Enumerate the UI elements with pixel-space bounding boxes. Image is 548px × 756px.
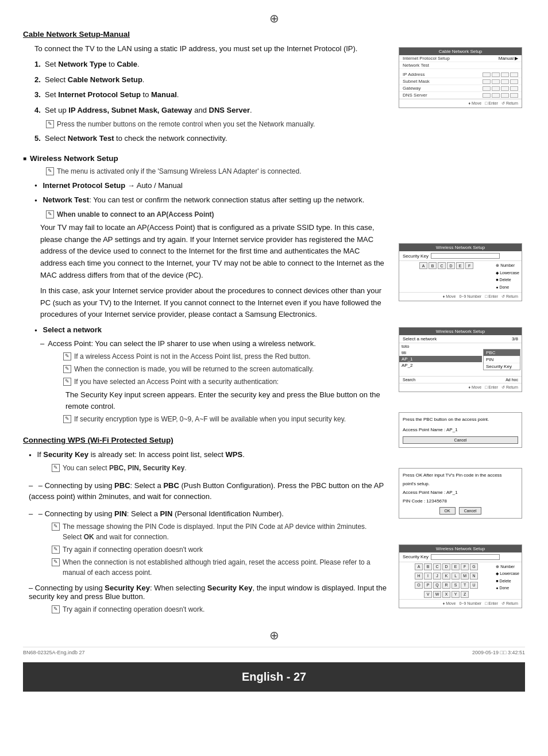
key2-J: J [433,573,441,580]
cable-dns-row: DNS Server [399,92,522,99]
wireless-screen-header: Wireless Network Setup [399,244,522,251]
note-icon-pin-a: ✎ [52,523,60,531]
key2-V: V [424,591,432,598]
cable-subnet-label: Subnet Mask [403,79,430,84]
network-search-btn[interactable]: Search [403,378,415,382]
key2-W: W [433,591,441,598]
network-list-body: toto titi AP_1 AP_2 PBC [399,343,522,376]
ap-dash1: Access Point: You can select the IP shar… [40,338,387,350]
top-compass-wrap: ⊕ [23,11,525,25]
step-3-num: 3. [34,90,41,99]
keys2-row3: O P Q R S T U [399,581,493,590]
note-icon-wps1: ✎ [52,464,60,472]
step-1: 1. Set Network Type to Cable. [34,59,387,71]
wps-note1: ✎ You can select PBC, PIN, Security Key. [40,463,387,473]
key2-delete-label: ■ Delete [496,578,519,585]
security-key-input-box [431,253,500,259]
pin-note-c-text: When the connection is not established a… [63,557,387,578]
keyboard-area-2: A B C D E F G H I J K [399,562,522,599]
key-B: B [429,262,437,269]
cable-protocol-row: Internet Protocol Setup Manual ▶ [399,55,522,62]
pin-note-a: ✎ The message showing the PIN Code is di… [40,521,387,542]
ap-note-a: ✎ If a wireless Access Point is not in t… [63,351,387,362]
step-1-num: 1. [34,60,41,68]
keys2-row4: V W X Y Z [399,590,493,599]
note-icon-d: ✎ [63,415,71,423]
wps-pin-section: – Connecting by using PIN: Select a PIN … [23,508,387,578]
key2-K: K [442,573,450,580]
menu-pin: PIN [484,356,520,363]
seckey-dash: – Connecting by using Security Key: When… [29,584,387,601]
network-item-titi: titi [399,350,482,356]
page-footer: English - 27 [23,662,525,692]
ws-footer-move: ♦ Move [443,294,456,299]
key-F: F [465,262,473,269]
bullet-protocol: Internet Protocol Setup → Auto / Manual [34,180,387,191]
security-key-row-2: Security Key [399,552,522,562]
wireless-note2: ✎ When unable to connect to an AP(Access… [34,209,387,220]
cable-screen-header: Cable Network Setup [399,48,522,55]
pbc-line2: Access Point Name : AP_1 [403,427,518,433]
network-context-menu: PBC PIN Security Key [483,349,520,370]
network-list-screen: Wireless Network Setup Select a network … [399,327,522,392]
ap-notes: ✎ If a wireless Access Point is not in t… [34,351,387,424]
security-key-row: Security Key [399,251,522,261]
network-adhoc-btn[interactable]: Ad hoc [505,378,518,382]
pbc-line1: Press the PBC button on the access point… [403,416,518,423]
key2-M: M [461,573,469,580]
key2-F: F [461,563,469,570]
note-icon-b: ✎ [63,365,71,373]
bullet-network-test: Network Test: You can test or confirm th… [34,194,387,206]
network-list-subtitle-row: Select a network 3/8 [399,335,522,343]
keys2-row2: H I J K L M N [399,571,493,581]
wireless-security-screen-2: Wireless Network Setup Security Key A B … [399,544,522,608]
wireless-para1: Your TV may fail to locate an AP(Access … [23,222,387,282]
seckey-note: ✎ Try again if connecting operation does… [40,604,387,615]
key2-P: P [424,582,432,589]
cable-network-test-row: Network Test [399,62,522,69]
bottom-compass-icon: ⊕ [269,628,279,642]
keys-left-2: A B C D E F G H I J K [399,562,493,599]
note-icon-4: ✎ [46,120,54,128]
wps-bullet-list: If Security Key is already set: In acces… [23,449,387,473]
key2-Y: Y [451,591,460,598]
ap-note-b: ✎ When the connection is made, you will … [63,364,387,374]
pin-item: – Connecting by using PIN: Select a PIN … [29,508,387,578]
security-key-label: Security Key [403,254,429,259]
wps-seckey-section: – Connecting by using Security Key: When… [23,584,387,615]
network-list-actions: Search Ad hoc [399,376,522,383]
pin-note-b: ✎ Try again if connecting operation does… [40,544,387,555]
ap-note-b-text: When the connection is made, you will be… [74,364,314,374]
key2-O: O [415,582,423,589]
cable-protocol-label: Internet Protocol Setup [403,56,450,61]
key2-U: U [470,582,478,589]
wps-heading: Connecting WPS (Wi-Fi Protected Setup) [23,436,387,444]
pin-screen: Press OK After input TV's Pin code in th… [399,468,522,519]
pin-note-b-text: Try again if connecting operation doesn'… [63,544,203,555]
key-number-label: ⊕ Number [496,262,519,270]
ws-footer-enter: □ Enter [485,294,498,299]
select-network-list: Select a network Access Point: You can s… [23,324,387,424]
menu-security-key: Security Key [484,363,520,370]
pbc-cancel-btn[interactable]: Cancel [403,436,518,444]
network-item-ap2: AP_2 [399,362,482,369]
key2-D: D [442,563,450,570]
nl-footer-move: ♦ Move [468,385,481,390]
pin-ok-btn[interactable]: OK [439,507,456,515]
key2-R: R [442,582,450,589]
cable-gateway-value [483,86,518,91]
cable-intro-text: To connect the TV to the LAN using a sta… [34,43,387,55]
key2-C: C [433,563,441,570]
main-layout: Cable Network Setup-Manual To connect th… [23,30,525,617]
wireless-bullet-list: Internet Protocol Setup → Auto / Manual … [23,180,387,206]
cable-footer-enter: □ Enter [485,101,498,106]
pin-cancel-btn[interactable]: Cancel [459,507,482,515]
ap-note-c-text: If you have selected an Access Point wit… [74,377,279,387]
key2-G: G [470,563,478,570]
key2-H: H [415,573,423,580]
wireless-heading-row: ■ Wireless Network Setup [23,154,387,163]
key-done-label: ● Done [496,284,519,291]
pbc-screen: Press the PBC button on the access point… [399,412,522,447]
ws2-footer-move: ♦ Move [443,601,456,606]
left-column: Cable Network Setup-Manual To connect th… [23,30,387,617]
